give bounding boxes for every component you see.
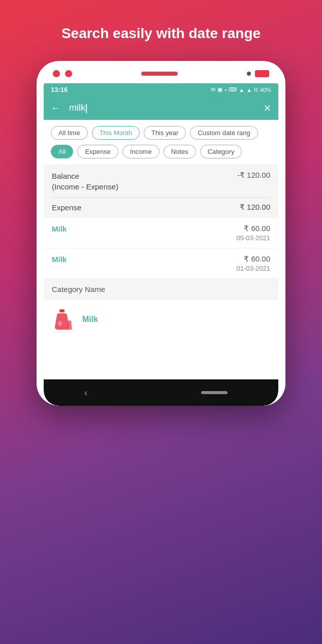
transaction-date-2: 01-03-2021	[52, 265, 270, 272]
phone-sensors	[247, 70, 269, 77]
battery-label: 40%	[260, 87, 271, 93]
transaction-name-2: Milk	[52, 255, 67, 264]
filter-chip-expense[interactable]: Expense	[77, 145, 118, 158]
empty-space	[44, 339, 278, 379]
phone-frame: 13:16 ✉ ▣ • ⌨ ▲ ▲ R 40% ← milk ✕	[37, 61, 285, 406]
expense-summary-amount: ₹ 120.00	[240, 203, 270, 212]
filter-chip-category[interactable]: Category	[200, 145, 242, 158]
search-value: milk	[69, 103, 85, 113]
nav-back-button[interactable]: ‹	[84, 388, 87, 398]
text-cursor	[86, 104, 87, 113]
balance-sublabel: (Income - Expense)	[52, 181, 118, 192]
bottom-nav: ‹	[44, 379, 278, 406]
filter-chip-all-time[interactable]: All time	[51, 126, 88, 140]
type-filter-row: All Expense Income Notes Category	[44, 144, 278, 165]
filter-chip-custom[interactable]: Custom date rang	[190, 126, 257, 140]
category-section-label: Category Name	[52, 285, 105, 294]
status-icons: ✉ ▣ • ⌨ ▲ ▲ R 40%	[211, 86, 271, 93]
status-time: 13:16	[51, 86, 68, 93]
r-icon: R	[254, 87, 258, 93]
mail-icon: ✉	[211, 86, 215, 93]
status-bar: 13:16 ✉ ▣ • ⌨ ▲ ▲ R 40%	[44, 83, 278, 96]
dot-icon: •	[224, 87, 227, 93]
milk-icon	[52, 308, 74, 331]
filter-chip-this-month[interactable]: This Month	[92, 126, 140, 140]
expense-label: Expense	[52, 203, 81, 212]
camera-dot-2	[65, 70, 72, 77]
phone-top-bar	[44, 70, 278, 77]
app-bar: ← milk ✕	[44, 96, 278, 120]
transaction-amount-2: ₹ 60.00	[244, 254, 270, 264]
transaction-name-1: Milk	[52, 224, 67, 233]
filter-chip-this-year[interactable]: This year	[144, 126, 186, 140]
transaction-amount-1: ₹ 60.00	[244, 224, 270, 233]
filter-chip-income[interactable]: Income	[122, 145, 159, 158]
filter-chip-all[interactable]: All	[51, 145, 73, 158]
wifi-icon: ▲	[239, 87, 244, 93]
search-container: milk ✕	[69, 103, 271, 114]
search-field[interactable]: milk	[69, 103, 87, 113]
nav-home-indicator[interactable]	[201, 391, 228, 394]
expense-summary-row: Expense ₹ 120.00	[52, 198, 270, 212]
category-name: Milk	[82, 315, 98, 324]
transaction-item-2[interactable]: Milk ₹ 60.00 01-03-2021	[44, 248, 278, 279]
transaction-row-2: Milk ₹ 60.00	[52, 254, 270, 264]
balance-amount: -₹ 120.00	[237, 171, 270, 180]
screen: 13:16 ✉ ▣ • ⌨ ▲ ▲ R 40% ← milk ✕	[44, 83, 278, 406]
balance-row: Balance (Income - Expense) -₹ 120.00	[52, 171, 270, 197]
transaction-item-1[interactable]: Milk ₹ 60.00 05-03-2021	[44, 218, 278, 248]
date-filter-row: All time This Month This year Custom dat…	[44, 120, 278, 144]
power-button	[255, 70, 269, 77]
signal-icon: ▲	[246, 87, 252, 93]
balance-label: Balance	[52, 171, 118, 181]
phone-cameras	[53, 70, 72, 77]
transaction-date-1: 05-03-2021	[52, 234, 270, 242]
svg-point-1	[58, 321, 62, 326]
category-section-header: Category Name	[44, 279, 278, 300]
transaction-row-1: Milk ₹ 60.00	[52, 224, 270, 233]
svg-rect-0	[59, 309, 65, 312]
sim-icon: ▣	[217, 86, 222, 93]
page-headline: Search easily with date range	[41, 24, 281, 43]
keyboard-icon: ⌨	[229, 86, 237, 93]
balance-label-container: Balance (Income - Expense)	[52, 171, 118, 192]
phone-speaker	[141, 72, 178, 76]
back-button[interactable]: ←	[51, 102, 61, 114]
balance-section: Balance (Income - Expense) -₹ 120.00 Exp…	[44, 165, 278, 218]
filter-chip-notes[interactable]: Notes	[164, 145, 196, 158]
camera-dot-1	[53, 70, 60, 77]
sensor-dot	[247, 72, 251, 76]
clear-button[interactable]: ✕	[264, 103, 271, 114]
category-item[interactable]: Milk	[44, 300, 278, 339]
